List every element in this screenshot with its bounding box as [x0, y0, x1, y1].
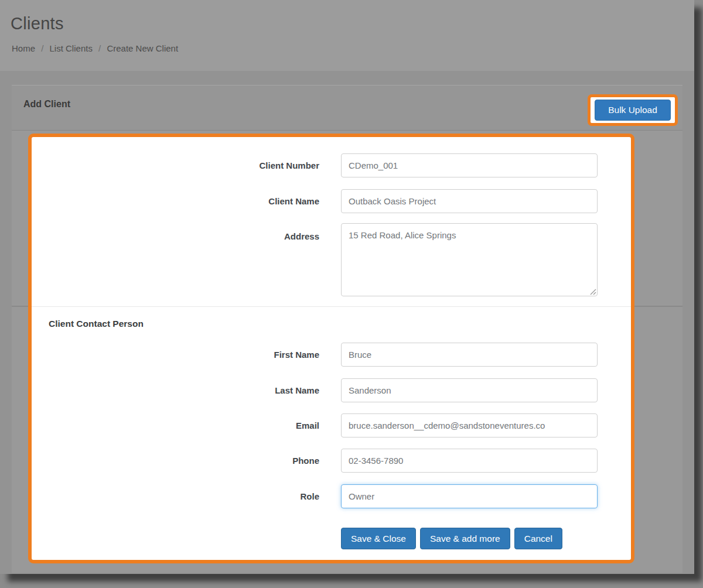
first-name-input[interactable]: [341, 343, 598, 367]
breadcrumb-separator: /: [98, 43, 101, 53]
app-window: Clients Home / List Clients / Create New…: [0, 0, 694, 574]
role-label: Role: [32, 484, 319, 508]
form-highlight-box: Client Number Client Name Address 15 Red…: [28, 134, 634, 563]
panel-divider: [12, 306, 28, 307]
cancel-button[interactable]: Cancel: [514, 528, 562, 549]
address-label: Address: [32, 223, 319, 242]
save-and-close-button[interactable]: Save & Close: [341, 528, 416, 549]
breadcrumb-list-clients[interactable]: List Clients: [50, 43, 93, 53]
client-name-input[interactable]: [341, 189, 598, 213]
resize-handle-icon[interactable]: [590, 289, 596, 295]
add-client-form: Client Number Client Name Address 15 Red…: [32, 137, 631, 560]
panel-heading: Add Client: [12, 86, 682, 131]
panel-title: Add Client: [23, 99, 70, 110]
phone-input[interactable]: [341, 449, 598, 473]
form-actions: Save & Close Save & add more Cancel: [341, 528, 562, 549]
client-name-label: Client Name: [32, 189, 319, 213]
role-input[interactable]: [341, 484, 598, 508]
first-name-label: First Name: [32, 343, 319, 367]
client-number-label: Client Number: [32, 153, 319, 177]
address-textarea[interactable]: 15 Red Road, Alice Springs: [341, 223, 598, 296]
breadcrumb-create-new-client: Create New Client: [107, 43, 178, 53]
phone-label: Phone: [32, 449, 319, 473]
email-input[interactable]: [341, 413, 598, 437]
breadcrumb-separator: /: [41, 43, 43, 53]
contact-section-title: Client Contact Person: [49, 319, 144, 329]
page-title: Clients: [11, 14, 64, 33]
last-name-input[interactable]: [341, 378, 598, 402]
breadcrumb-home[interactable]: Home: [12, 43, 35, 53]
breadcrumb: Home / List Clients / Create New Client: [12, 43, 182, 53]
bulk-upload-highlight-box: Bulk Upload: [588, 94, 678, 126]
save-and-add-more-button[interactable]: Save & add more: [420, 528, 510, 549]
email-label: Email: [32, 413, 319, 437]
client-number-input[interactable]: [341, 153, 598, 177]
last-name-label: Last Name: [32, 378, 319, 402]
panel-divider: [634, 306, 682, 307]
page-header: Clients Home / List Clients / Create New…: [0, 0, 694, 71]
form-section-divider: [32, 306, 631, 307]
bulk-upload-button[interactable]: Bulk Upload: [595, 100, 671, 121]
